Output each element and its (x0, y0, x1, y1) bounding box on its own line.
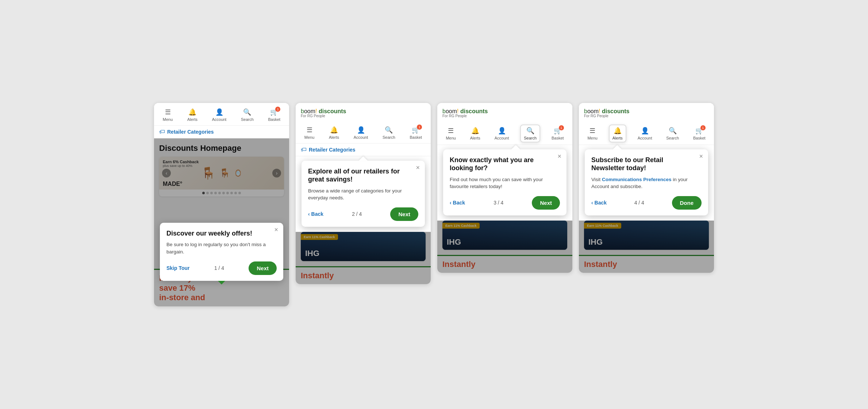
page-content-3: Earn 11% Cashback IHG Instantly (437, 221, 572, 273)
logo-3: boom! discounts For RG People (442, 108, 567, 118)
logo-discounts-2: discounts (319, 108, 346, 114)
logo-b-3: b (442, 108, 446, 114)
nav-bar-1: ☰ Menu 🔔 Alerts 👤 Account 🔍 Search 🛒 1 (154, 103, 289, 126)
page-content-4: Earn 11% Cashback IHG Instantly (579, 221, 714, 273)
back-btn-2[interactable]: ‹ Back (308, 211, 323, 217)
next-btn-1[interactable]: Next (249, 261, 277, 275)
logo-discounts-3: discounts (460, 108, 488, 114)
nav-bar-4: ☰ Menu 🔔 Alerts 👤 Account 🔍 Search 🛒 1 (579, 121, 714, 145)
basket-wrapper-4: 🛒 1 (695, 127, 703, 135)
nav-menu-label-4: Menu (587, 136, 598, 140)
page-indicator-3: 3 / 4 (493, 200, 503, 206)
tooltip-body-3: Find out how much you can save with your… (450, 176, 560, 190)
tooltip-body-2: Browse a wide range of categories for yo… (308, 187, 418, 202)
nav-account-1[interactable]: 👤 Account (209, 107, 230, 123)
nav-alerts-1[interactable]: 🔔 Alerts (184, 107, 200, 123)
logo-bar-2: boom! discounts For RG People (296, 103, 431, 121)
tooltip-close-2[interactable]: × (416, 164, 420, 171)
page-content-2: Earn 11% Cashback IHG Instantly (296, 232, 431, 284)
tooltip-title-1: Discover our weekly offers! (166, 229, 277, 238)
logo-exclaim-4: ! (599, 108, 600, 114)
done-btn-4[interactable]: Done (672, 196, 702, 210)
nav-search-4[interactable]: 🔍 Search (663, 125, 682, 142)
nav-basket-4[interactable]: 🛒 1 Basket (690, 125, 708, 142)
tooltip-body-1: Be sure to log in regularly so you don't… (166, 241, 277, 255)
categories-label: Retailer Categories (167, 129, 214, 135)
basket-badge: 1 (275, 107, 280, 112)
tooltip-footer-1: Skip Tour 1 / 4 Next (166, 261, 277, 275)
nav-alerts-3[interactable]: 🔔 Alerts (467, 125, 483, 142)
nav-basket-1[interactable]: 🛒 1 Basket (265, 107, 284, 123)
alerts-icon-4: 🔔 (614, 127, 622, 135)
nav-account-4[interactable]: 👤 Account (635, 125, 655, 142)
categories-label-2: Retailer Categories (309, 147, 356, 153)
logo-tagline-4: For RG People (584, 114, 709, 118)
nav-basket-3[interactable]: 🛒 1 Basket (549, 125, 567, 142)
account-icon: 👤 (215, 108, 223, 116)
categories-bar-2[interactable]: 🏷 Retailer Categories (296, 144, 431, 156)
nav-search-label-2: Search (383, 135, 395, 139)
logo-tagline-3: For RG People (442, 114, 567, 118)
nav-alerts-label-2: Alerts (329, 135, 339, 139)
categories-bar-1[interactable]: 🏷 Retailer Categories (154, 126, 289, 138)
menu-icon-2: ☰ (307, 126, 312, 134)
menu-icon-4: ☰ (589, 127, 595, 135)
nav-search-3-highlighted[interactable]: 🔍 Search (520, 125, 540, 142)
nav-menu-label: Menu (163, 117, 173, 122)
tooltip-popup-3: × Know exactly what you are looking for?… (443, 149, 566, 215)
nav-account-2[interactable]: 👤 Account (351, 125, 371, 141)
tooltip-title-3: Know exactly what you are looking for? (450, 156, 560, 172)
nav-search-label-4: Search (666, 136, 679, 140)
tooltip-title-2: Explore all of our retailers for great s… (308, 167, 418, 184)
tooltip-arrow-up-2 (359, 156, 368, 161)
tag-icon-2: 🏷 (301, 146, 307, 153)
nav-account-3[interactable]: 👤 Account (492, 125, 512, 142)
screen-2: boom! discounts For RG People ☰ Menu 🔔 A… (296, 103, 431, 284)
tooltip-close-3[interactable]: × (557, 153, 561, 160)
search-icon: 🔍 (243, 108, 251, 116)
nav-search-1[interactable]: 🔍 Search (238, 107, 257, 123)
tooltip-footer-4: ‹ Back 4 / 4 Done (591, 196, 702, 210)
logo-2: boom! discounts For RG People (301, 108, 426, 118)
nav-menu-1[interactable]: ☰ Menu (160, 107, 176, 123)
logo-4: boom! discounts For RG People (584, 108, 709, 118)
logo-exclaim-2: ! (315, 108, 317, 114)
nav-basket-label-3: Basket (552, 136, 564, 140)
nav-basket-label-4: Basket (693, 136, 706, 140)
tooltip-link-4[interactable]: Communications Preferences (602, 177, 672, 182)
nav-bar-2: ☰ Menu 🔔 Alerts 👤 Account 🔍 Search 🛒 1 (296, 121, 431, 144)
skip-tour-btn[interactable]: Skip Tour (166, 265, 190, 271)
back-btn-4[interactable]: ‹ Back (591, 200, 607, 206)
alerts-icon: 🔔 (188, 108, 196, 116)
page-content-1: Discounts Homepage Earn 6% Cashback plus… (154, 138, 289, 306)
tooltip-popup-4: × Subscribe to our Retail Newsletter tod… (585, 149, 708, 215)
nav-basket-2[interactable]: 🛒 1 Basket (407, 125, 425, 141)
nav-menu-3[interactable]: ☰ Menu (443, 125, 459, 142)
tooltip-popup-1: × Discover our weekly offers! Be sure to… (160, 223, 283, 281)
page-indicator-2: 2 / 4 (352, 211, 362, 217)
search-icon-2: 🔍 (385, 126, 393, 134)
nav-menu-2[interactable]: ☰ Menu (302, 125, 318, 141)
tooltip-close-1[interactable]: × (274, 226, 278, 233)
basket-wrapper-2: 🛒 1 (412, 126, 420, 134)
nav-basket-label-2: Basket (410, 135, 422, 139)
alerts-icon-2: 🔔 (330, 126, 338, 134)
tooltip-title-4: Subscribe to our Retail Newsletter today… (591, 156, 702, 172)
nav-search-2[interactable]: 🔍 Search (380, 125, 398, 141)
tooltip-arrow-container-2 (296, 156, 431, 161)
tooltip-arrow-up-3 (511, 145, 520, 149)
nav-menu-4[interactable]: ☰ Menu (584, 125, 600, 142)
next-btn-3[interactable]: Next (532, 196, 560, 210)
back-btn-3[interactable]: ‹ Back (450, 200, 465, 206)
nav-alerts-2[interactable]: 🔔 Alerts (326, 125, 342, 141)
tooltip-close-4[interactable]: × (699, 153, 703, 160)
nav-basket-label: Basket (268, 117, 281, 122)
tooltip-arrow-container-3 (459, 145, 572, 149)
logo-oom-3: oom (446, 108, 457, 114)
search-icon-3: 🔍 (526, 127, 534, 135)
nav-alerts-4-highlighted[interactable]: 🔔 Alerts (609, 125, 626, 142)
alerts-icon-3: 🔔 (471, 127, 479, 135)
next-btn-2[interactable]: Next (390, 207, 418, 221)
screen-3: boom! discounts For RG People ☰ Menu 🔔 A… (437, 103, 572, 273)
overlay-dim-3 (437, 221, 572, 273)
